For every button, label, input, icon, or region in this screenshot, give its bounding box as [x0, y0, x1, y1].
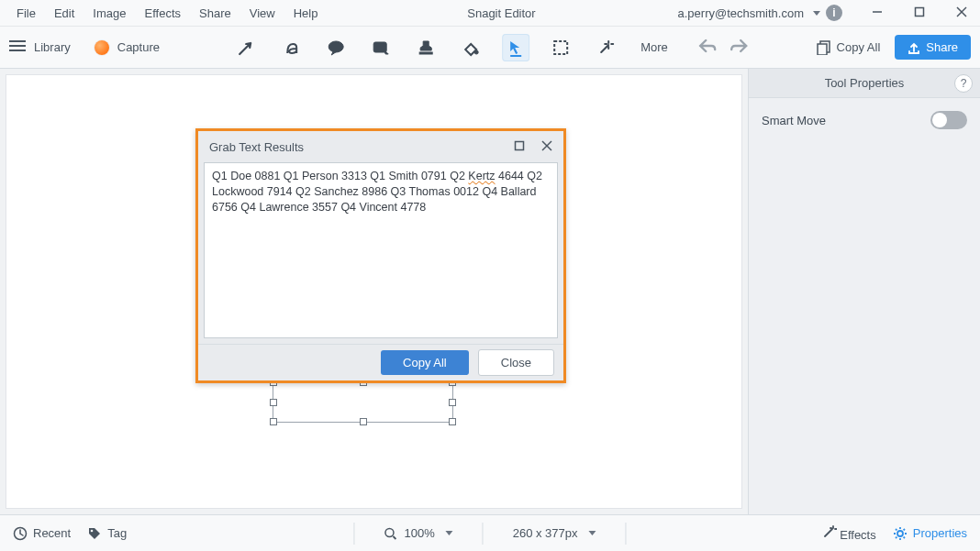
shape-tool[interactable] — [367, 34, 395, 61]
effects-label: Effects — [840, 528, 876, 542]
menu-edit[interactable]: Edit — [47, 4, 82, 23]
minimize-button[interactable] — [864, 6, 890, 20]
help-icon[interactable]: ? — [954, 74, 973, 93]
share-label: Share — [926, 40, 958, 54]
redo-button[interactable] — [729, 39, 748, 56]
svg-rect-9 — [419, 52, 432, 54]
tag-label: Tag — [107, 526, 127, 540]
menu-help[interactable]: Help — [286, 4, 326, 23]
resize-handle[interactable] — [360, 418, 367, 425]
smart-move-toggle[interactable] — [930, 111, 967, 129]
gear-icon — [893, 526, 908, 541]
close-button[interactable] — [949, 6, 974, 20]
svg-point-20 — [385, 528, 394, 536]
fill-tool[interactable] — [457, 34, 484, 61]
resize-handle[interactable] — [449, 418, 456, 425]
user-account[interactable]: a.perry@techsmith.com i — [678, 5, 846, 21]
title-bar: File Edit Image Effects Share View Help … — [0, 0, 980, 27]
share-icon — [908, 41, 920, 54]
dialog-footer: Copy All Close — [198, 344, 563, 380]
menu-image[interactable]: Image — [85, 4, 133, 23]
effects-button[interactable]: Effects — [822, 524, 876, 542]
grab-text-dialog: Grab Text Results Q1 Doe 0881 Q1 Person … — [195, 128, 566, 383]
dialog-close-button[interactable] — [541, 140, 552, 154]
tool-properties-header: Tool Properties ? — [749, 69, 980, 98]
tool-properties-panel: Tool Properties ? Smart Move — [748, 69, 980, 514]
info-icon[interactable]: i — [826, 5, 842, 21]
svg-rect-12 — [554, 41, 567, 54]
undo-button[interactable] — [698, 39, 717, 56]
stamp-tool[interactable] — [412, 34, 440, 61]
hamburger-icon[interactable] — [9, 39, 26, 55]
zoom-control[interactable]: 100% — [373, 526, 463, 540]
tag-button[interactable]: Tag — [87, 526, 127, 541]
grab-text-content: Q1 Doe 0881 Q1 Person 3313 Q1 Smith 0791… — [212, 170, 468, 182]
svg-rect-1 — [916, 7, 924, 16]
magnifier-icon — [384, 527, 396, 540]
clock-icon — [13, 526, 28, 541]
properties-button[interactable]: Properties — [893, 526, 967, 541]
resize-handle[interactable] — [270, 418, 277, 425]
maximize-button[interactable] — [907, 6, 932, 20]
zoom-value: 100% — [404, 526, 434, 540]
text-tool[interactable] — [277, 34, 305, 61]
callout-tool[interactable] — [322, 34, 350, 61]
grab-text-textarea[interactable]: Q1 Doe 0881 Q1 Person 3313 Q1 Smith 0791… — [204, 162, 558, 338]
capture-button[interactable]: Capture — [117, 40, 160, 54]
resize-handle[interactable] — [449, 399, 456, 406]
svg-point-19 — [91, 529, 94, 532]
dialog-title: Grab Text Results — [209, 140, 304, 154]
spell-flagged-word[interactable]: Kertz — [468, 170, 495, 182]
dialog-copy-all-button[interactable]: Copy All — [381, 350, 469, 375]
magic-wand-tool[interactable] — [592, 34, 619, 61]
svg-line-21 — [393, 536, 395, 539]
main-menu: File Edit Image Effects Share View Help — [9, 4, 325, 23]
dialog-maximize-button[interactable] — [514, 140, 525, 154]
dialog-close-footer-button[interactable]: Close — [478, 349, 554, 376]
recent-label: Recent — [33, 526, 71, 540]
chevron-down-icon — [813, 11, 820, 16]
svg-rect-15 — [516, 141, 524, 149]
dimensions-control[interactable]: 260 x 377px — [502, 526, 607, 540]
toolbar: Library Capture More Copy All Share — [0, 27, 980, 69]
menu-file[interactable]: File — [9, 4, 43, 23]
svg-point-22 — [897, 531, 903, 536]
menu-view[interactable]: View — [242, 4, 283, 23]
dialog-titlebar[interactable]: Grab Text Results — [198, 131, 563, 162]
wand-icon — [822, 524, 837, 539]
svg-point-10 — [474, 50, 478, 54]
smart-move-label: Smart Move — [762, 114, 826, 127]
canvas[interactable]: Grab Text Results Q1 Doe 0881 Q1 Person … — [6, 74, 742, 509]
library-button[interactable]: Library — [34, 40, 71, 54]
capture-icon[interactable] — [95, 40, 109, 55]
image-selection[interactable] — [273, 381, 453, 423]
separator — [626, 523, 627, 545]
svg-rect-14 — [818, 44, 827, 55]
copy-icon — [817, 40, 831, 55]
share-button[interactable]: Share — [895, 35, 971, 60]
separator — [483, 523, 484, 545]
more-tools[interactable]: More — [637, 40, 672, 54]
separator — [353, 523, 354, 545]
svg-point-7 — [329, 41, 343, 52]
recent-button[interactable]: Recent — [13, 526, 71, 541]
tag-icon — [87, 526, 102, 541]
menu-share[interactable]: Share — [192, 4, 239, 23]
dimensions-value: 260 x 377px — [513, 526, 578, 540]
tool-strip: More — [232, 27, 748, 69]
status-bar: Recent Tag 100% 260 x 377px Effects Prop… — [0, 514, 980, 551]
properties-label: Properties — [913, 526, 967, 540]
move-tool[interactable] — [502, 34, 529, 61]
main-area: Grab Text Results Q1 Doe 0881 Q1 Person … — [0, 69, 980, 514]
tool-properties-title: Tool Properties — [825, 76, 905, 90]
user-email: a.perry@techsmith.com — [678, 6, 804, 20]
resize-handle[interactable] — [270, 399, 277, 406]
copy-all-button[interactable]: Copy All — [811, 40, 886, 55]
menu-effects[interactable]: Effects — [138, 4, 189, 23]
selection-tool[interactable] — [547, 34, 574, 61]
copy-all-label: Copy All — [837, 40, 881, 54]
arrow-tool[interactable] — [232, 34, 260, 61]
chevron-down-icon — [589, 531, 596, 535]
app-title: Snagit Editor — [325, 6, 677, 20]
window-controls — [864, 6, 974, 20]
